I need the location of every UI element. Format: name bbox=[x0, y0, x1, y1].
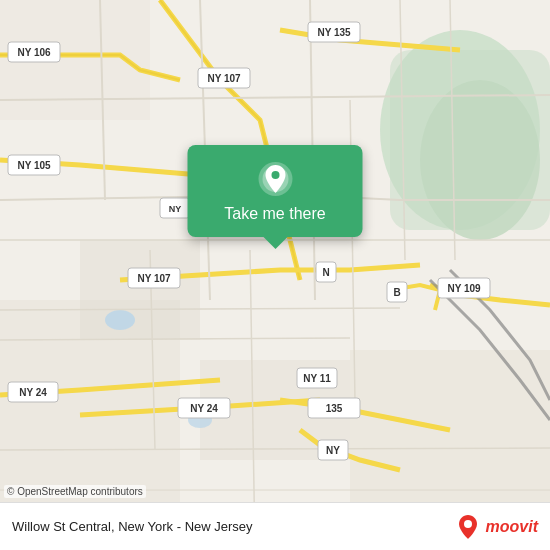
svg-text:NY 107: NY 107 bbox=[207, 73, 241, 84]
moovit-brand-text: moovit bbox=[486, 518, 538, 536]
bottom-bar-left: Willow St Central, New York - New Jersey bbox=[12, 519, 253, 534]
map-container: NY 106 NY 107 NY 105 NY 135 NY NY 107 N … bbox=[0, 0, 550, 550]
moovit-logo: moovit bbox=[454, 513, 538, 541]
moovit-pin-icon bbox=[454, 513, 482, 541]
map-svg: NY 106 NY 107 NY 105 NY 135 NY NY 107 N … bbox=[0, 0, 550, 550]
svg-text:135: 135 bbox=[326, 403, 343, 414]
svg-text:NY 135: NY 135 bbox=[317, 27, 351, 38]
svg-text:NY: NY bbox=[169, 204, 182, 214]
svg-text:B: B bbox=[393, 287, 400, 298]
svg-point-41 bbox=[271, 171, 279, 179]
svg-text:NY 105: NY 105 bbox=[17, 160, 51, 171]
location-pin-icon bbox=[257, 161, 293, 197]
svg-text:N: N bbox=[322, 267, 329, 278]
svg-text:NY 11: NY 11 bbox=[303, 373, 331, 384]
svg-text:NY 24: NY 24 bbox=[190, 403, 218, 414]
svg-point-9 bbox=[105, 310, 135, 330]
svg-rect-3 bbox=[390, 50, 550, 230]
take-me-there-label: Take me there bbox=[224, 205, 325, 223]
location-name: Willow St Central, New York - New Jersey bbox=[12, 519, 253, 534]
popup-card[interactable]: Take me there bbox=[188, 145, 363, 237]
bottom-bar: Willow St Central, New York - New Jersey… bbox=[0, 502, 550, 550]
svg-text:NY 109: NY 109 bbox=[447, 283, 481, 294]
osm-copyright: © OpenStreetMap contributors bbox=[4, 485, 146, 498]
svg-point-42 bbox=[464, 520, 472, 528]
svg-text:NY 106: NY 106 bbox=[17, 47, 51, 58]
svg-rect-6 bbox=[80, 240, 200, 340]
svg-text:NY 24: NY 24 bbox=[19, 387, 47, 398]
svg-text:NY 107: NY 107 bbox=[137, 273, 171, 284]
svg-text:NY: NY bbox=[326, 445, 340, 456]
